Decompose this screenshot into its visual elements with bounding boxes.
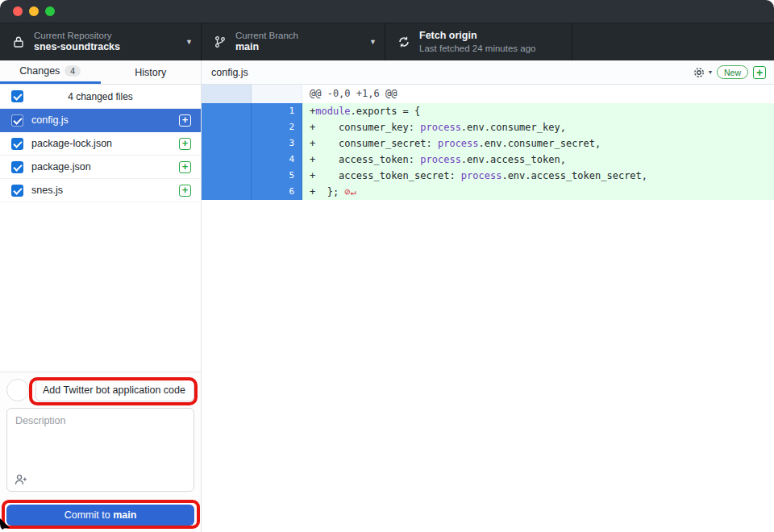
repository-name: snes-soundtracks [34,41,181,54]
fetch-status: Last fetched 24 minutes ago [419,43,564,54]
file-name: config.js [31,114,179,126]
file-added-status-icon: + [179,138,191,150]
diff-view: @@ -0,0 +1,6 @@1+module.exports = {2+ co… [202,85,774,200]
commit-button-branch: main [113,509,136,521]
current-branch-button[interactable]: Current Branch main ▼ [202,23,385,60]
sidebar: Changes 4 History 4 changed files config… [0,60,202,532]
diff-line-code: + consumer_key: process.env.consumer_key… [302,119,774,135]
diff-line-row[interactable]: 1+module.exports = { [202,103,774,119]
hunk-header-text: @@ -0,0 +1,6 @@ [302,85,774,103]
diff-line-row[interactable]: 2+ consumer_key: process.env.consumer_ke… [202,119,774,135]
diff-gutter[interactable]: 3 [252,135,302,152]
gear-icon [693,66,705,79]
lock-icon [11,35,26,49]
file-include-checkbox[interactable] [11,114,23,127]
tab-history-label: History [135,67,166,78]
commit-button[interactable]: Commit to main [6,505,194,526]
diff-line-code: +module.exports = { [302,103,774,119]
file-name: package.json [31,161,179,172]
file-list: config.js+package-lock.json+package.json… [0,109,201,202]
file-row[interactable]: snes.js+ [0,179,201,202]
file-added-status-icon: + [179,185,191,197]
avatar [6,379,29,401]
diff-line-row[interactable]: 5+ access_token_secret: process.env.acce… [202,168,774,184]
diff-line-row[interactable]: 4+ access_token: process.env.access_toke… [202,152,774,168]
branch-label: Current Branch [235,30,364,41]
diff-line-code: + consumer_secret: process.env.consumer_… [302,135,774,152]
diff-line-row[interactable]: 6+ }; ⊘↵ [202,184,774,200]
add-coauthor-icon[interactable] [15,474,27,488]
file-row[interactable]: config.js+ [0,109,201,132]
fetch-label: Fetch origin [419,30,564,43]
toolbar: Current Repository snes-soundtracks ▼ Cu… [0,23,774,60]
diff-gutter[interactable] [252,85,302,103]
diff-gutter[interactable]: 5 [252,168,302,184]
diff-line-code: + }; ⊘↵ [302,184,774,200]
diff-header: config.js ▾ New + [202,60,774,85]
diff-gutter[interactable]: 4 [252,152,302,168]
file-name: snes.js [31,185,179,196]
diff-options-button[interactable]: ▾ [693,66,712,79]
no-newline-marker-icon: ⊘↵ [344,186,356,197]
chevron-down-icon: ▾ [709,69,712,76]
tab-changes[interactable]: Changes 4 [0,60,101,84]
file-status-new-badge: New [717,65,748,79]
diff-gutter[interactable] [202,168,252,184]
diff-gutter[interactable] [202,184,252,200]
commit-description-textarea[interactable] [6,408,194,492]
minimize-button[interactable] [29,6,39,16]
diff-line-code: + access_token_secret: process.env.acces… [302,168,774,184]
diff-gutter[interactable] [202,103,252,119]
files-header-row: 4 changed files [0,85,201,109]
diff-hunk-row: @@ -0,0 +1,6 @@ [202,85,774,103]
diff-gutter[interactable]: 1 [252,103,302,119]
commit-form: Commit to main [0,372,201,532]
diff-gutter[interactable] [202,152,252,168]
diff-gutter[interactable] [202,119,252,135]
tab-history[interactable]: History [101,60,202,84]
sidebar-empty-space [0,202,201,372]
diff-gutter[interactable]: 2 [252,119,302,135]
app-window: Current Repository snes-soundtracks ▼ Cu… [0,0,774,532]
file-include-checkbox[interactable] [11,185,23,197]
diff-line-code: + access_token: process.env.access_token… [302,152,774,168]
diff-gutter[interactable] [202,135,252,152]
commit-summary-input[interactable] [35,379,194,401]
current-repository-button[interactable]: Current Repository snes-soundtracks ▼ [0,23,202,60]
repository-label: Current Repository [34,30,181,41]
git-branch-icon [213,35,227,49]
zoom-button[interactable] [45,6,55,16]
diff-gutter[interactable]: 6 [252,184,302,200]
sync-icon [397,35,411,49]
file-added-status-icon: + [179,114,191,127]
file-include-checkbox[interactable] [11,138,23,150]
close-button[interactable] [13,6,23,16]
main-panel: config.js ▾ New + @@ -0,0 +1,6 @@1+modul… [202,60,774,532]
file-row[interactable]: package.json+ [0,156,201,179]
branch-name: main [235,41,364,54]
added-file-icon: + [753,66,766,79]
file-include-checkbox[interactable] [11,161,23,173]
diff-line-row[interactable]: 3+ consumer_secret: process.env.consumer… [202,135,774,152]
file-added-status-icon: + [179,161,191,173]
file-name: package-lock.json [31,138,179,149]
titlebar [0,0,774,23]
fetch-origin-button[interactable]: Fetch origin Last fetched 24 minutes ago [385,23,572,60]
chevron-down-icon: ▼ [369,38,377,46]
file-row[interactable]: package-lock.json+ [0,132,201,156]
commit-button-prefix: Commit to [64,509,113,521]
chevron-down-icon: ▼ [185,38,193,46]
sidebar-tabbar: Changes 4 History [0,60,201,85]
diff-gutter[interactable] [202,85,252,103]
tab-changes-label: Changes [19,65,60,77]
changed-files-count: 4 changed files [0,91,201,102]
changes-count-badge: 4 [64,65,81,77]
diff-file-title: config.js [211,67,693,78]
